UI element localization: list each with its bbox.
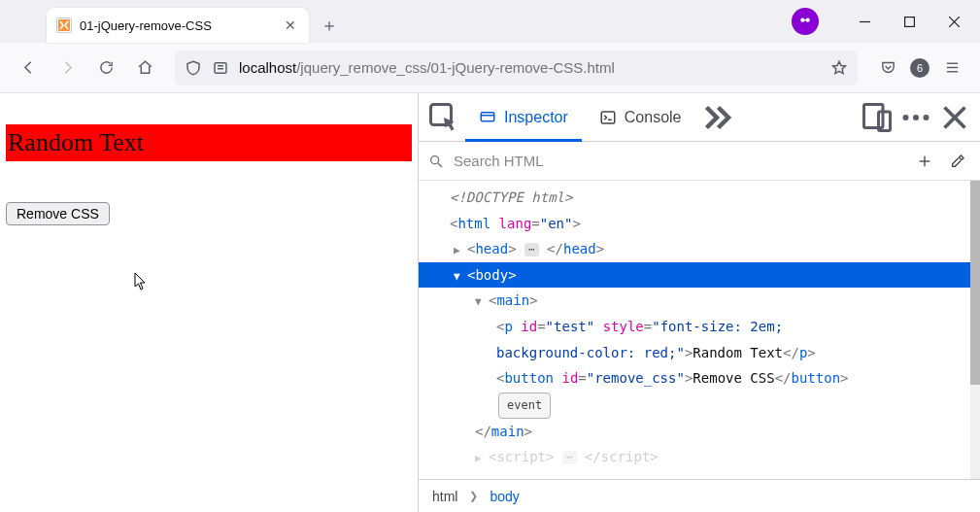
window-controls (792, 0, 976, 43)
devtools-search-bar (419, 142, 980, 181)
eyedropper-icon[interactable] (945, 149, 970, 174)
tree-scrollbar-thumb[interactable] (970, 181, 980, 385)
svg-rect-19 (864, 104, 884, 127)
search-icon (428, 154, 444, 169)
url-text: localhost/jquery_remove_css/01-jQuery-re… (239, 59, 821, 76)
devtools-tabstrip: Inspector Console (419, 93, 980, 142)
svg-point-21 (903, 115, 909, 120)
tab-console[interactable]: Console (586, 93, 695, 142)
breadcrumb-html[interactable]: html (432, 489, 457, 504)
window-minimize-button[interactable] (842, 0, 887, 43)
tree-main-close[interactable]: </main> (419, 419, 980, 445)
home-button[interactable] (128, 51, 161, 85)
element-picker-icon[interactable] (426, 100, 461, 135)
svg-point-26 (431, 155, 439, 163)
tree-p-element[interactable]: <p id="test" style="font-size: 2em; (419, 314, 980, 340)
devtools-menu-icon[interactable] (898, 100, 933, 135)
pocket-icon[interactable] (871, 51, 904, 85)
tab-title: 01-jQuery-remove-CSS (80, 18, 274, 33)
browser-tab[interactable]: 01-jQuery-remove-CSS ✕ (47, 8, 309, 43)
responsive-mode-icon[interactable] (860, 100, 895, 135)
nav-forward-button[interactable] (51, 51, 84, 85)
page-info-icon[interactable] (212, 59, 229, 77)
chevron-right-icon: ❯ (469, 490, 478, 502)
mouse-cursor-icon (134, 272, 148, 291)
tree-scrollbar[interactable] (970, 181, 980, 479)
tree-doctype[interactable]: <!DOCTYPE html> (419, 185, 980, 211)
bookmark-star-icon[interactable] (830, 59, 848, 77)
tree-main-open[interactable]: ▼<main> (419, 288, 980, 314)
devtools-panel: Inspector Console (418, 93, 980, 512)
search-html-input[interactable] (452, 152, 904, 170)
add-element-icon[interactable] (912, 149, 937, 174)
tab-close-icon[interactable]: ✕ (282, 17, 299, 34)
svg-point-23 (924, 115, 929, 120)
svg-rect-5 (904, 17, 914, 26)
main-area: Random Text Remove CSS Inspector Console (0, 93, 980, 512)
window-close-button[interactable] (931, 0, 976, 43)
tree-body-open[interactable]: ▼<body> (419, 262, 980, 289)
tree-head[interactable]: ▶<head> ⋯ </head> (419, 236, 980, 262)
app-menu-button[interactable] (935, 51, 968, 85)
tree-html-open[interactable]: <html lang="en"> (419, 211, 980, 237)
svg-rect-3 (803, 19, 807, 20)
svg-rect-15 (481, 112, 494, 120)
tab-inspector[interactable]: Inspector (465, 93, 582, 142)
window-title-bar: 01-jQuery-remove-CSS ✕ ＋ (0, 0, 980, 43)
tree-button-element[interactable]: <button id="remove_css">Remove CSS</butt… (419, 365, 980, 392)
svg-line-27 (438, 163, 442, 167)
nav-back-button[interactable] (12, 51, 45, 85)
notification-count-badge[interactable]: 6 (910, 58, 929, 78)
svg-rect-17 (601, 112, 615, 123)
browser-toolbar: localhost/jquery_remove_css/01-jQuery-re… (0, 43, 980, 93)
extension-badge-icon[interactable] (792, 8, 819, 35)
dom-breadcrumb: html ❯ body (419, 479, 980, 512)
svg-point-22 (913, 115, 919, 120)
rendered-page: Random Text Remove CSS (0, 93, 418, 512)
remove-css-button[interactable]: Remove CSS (6, 202, 110, 225)
tree-button-event[interactable]: event (419, 392, 980, 419)
devtools-close-icon[interactable] (937, 100, 972, 135)
tree-script-partial[interactable]: ▶<script> ⋯ </script> (419, 444, 980, 470)
xampp-favicon (56, 17, 72, 33)
random-text-paragraph: Random Text (6, 124, 412, 161)
new-tab-button[interactable]: ＋ (315, 11, 344, 40)
toolbar-right-group: 6 (871, 51, 968, 85)
dom-tree[interactable]: <!DOCTYPE html> <html lang="en"> ▶<head>… (419, 181, 980, 479)
more-tabs-chevron-icon[interactable] (699, 100, 734, 135)
reload-button[interactable] (89, 51, 122, 85)
url-bar[interactable]: localhost/jquery_remove_css/01-jQuery-re… (175, 51, 858, 85)
breadcrumb-body[interactable]: body (490, 489, 519, 504)
tracking-shield-icon[interactable] (185, 59, 202, 77)
window-maximize-button[interactable] (887, 0, 931, 43)
tree-p-element-cont[interactable]: background-color: red;">Random Text</p> (419, 340, 980, 366)
